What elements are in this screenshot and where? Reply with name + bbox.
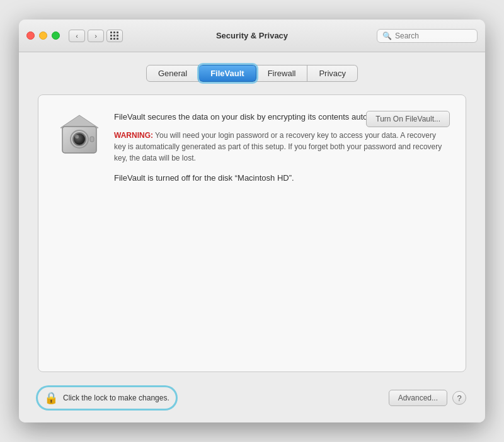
bottom-bar: 🔒 Click the lock to make changes. Advanc… bbox=[38, 382, 466, 410]
tab-firewall[interactable]: Firewall bbox=[256, 65, 308, 82]
svg-rect-5 bbox=[90, 137, 94, 142]
tab-bar: General FileVault Firewall Privacy bbox=[38, 65, 466, 82]
main-panel: Turn On FileVault... bbox=[38, 94, 466, 372]
svg-point-3 bbox=[73, 133, 86, 145]
nav-buttons: ‹ › bbox=[69, 30, 104, 42]
bottom-right: Advanced... ? bbox=[389, 390, 466, 406]
tab-filevault[interactable]: FileVault bbox=[199, 65, 256, 82]
advanced-button[interactable]: Advanced... bbox=[389, 390, 447, 406]
traffic-lights bbox=[26, 31, 60, 40]
grid-view-button[interactable] bbox=[106, 30, 123, 42]
lock-button[interactable]: 🔒 Click the lock to make changes. bbox=[38, 387, 176, 409]
tab-privacy[interactable]: Privacy bbox=[307, 65, 358, 82]
close-button[interactable] bbox=[26, 31, 35, 40]
grid-icon bbox=[110, 31, 119, 40]
filevault-status: FileVault is turned off for the disk “Ma… bbox=[114, 173, 447, 183]
filevault-icon bbox=[57, 111, 101, 155]
turn-on-filevault-button[interactable]: Turn On FileVault... bbox=[366, 111, 450, 127]
search-box[interactable]: 🔍 bbox=[377, 29, 478, 43]
warning-body: You will need your login password or a r… bbox=[114, 131, 442, 162]
content-area: General FileVault Firewall Privacy Turn … bbox=[19, 52, 485, 422]
maximize-button[interactable] bbox=[52, 31, 60, 40]
warning-text: WARNING: You will need your login passwo… bbox=[114, 130, 447, 164]
lock-icon: 🔒 bbox=[44, 391, 58, 405]
vault-svg bbox=[60, 114, 98, 155]
svg-point-4 bbox=[75, 135, 79, 139]
forward-icon: › bbox=[94, 32, 97, 40]
warning-label: WARNING: bbox=[114, 131, 153, 140]
forward-button[interactable]: › bbox=[88, 30, 104, 42]
back-icon: ‹ bbox=[76, 32, 78, 40]
minimize-button[interactable] bbox=[39, 31, 47, 40]
search-icon: 🔍 bbox=[382, 31, 392, 40]
search-input[interactable] bbox=[395, 31, 472, 40]
main-window: ‹ › Security & Privacy 🔍 General bbox=[19, 20, 485, 422]
titlebar: ‹ › Security & Privacy 🔍 bbox=[19, 20, 485, 52]
lock-label: Click the lock to make changes. bbox=[63, 394, 169, 402]
tab-general[interactable]: General bbox=[146, 65, 199, 82]
back-button[interactable]: ‹ bbox=[69, 30, 85, 42]
help-button[interactable]: ? bbox=[452, 391, 466, 405]
window-title: Security & Privacy bbox=[216, 31, 288, 40]
svg-marker-0 bbox=[60, 115, 98, 128]
